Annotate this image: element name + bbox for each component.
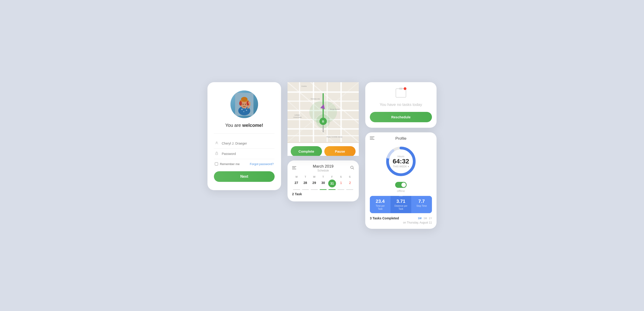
screen-container: You are welcome! xyxy=(161,82,483,229)
time-per-task-label: Time perTask xyxy=(372,204,389,210)
schedule-search-icon[interactable] xyxy=(350,166,354,171)
no-tasks-card: You have no tasks today Reschedule xyxy=(365,82,436,128)
svg-rect-45 xyxy=(292,166,296,167)
toggle-row: offline xyxy=(370,182,432,193)
chevron-down-icon: ▾ xyxy=(408,165,409,168)
cal-day-2[interactable]: 2 xyxy=(346,180,354,187)
svg-point-3 xyxy=(246,110,247,111)
avatar-image xyxy=(230,91,258,118)
avatar-svg xyxy=(235,93,254,116)
underline-2 xyxy=(346,189,353,190)
donut-center: Hours 64:32 THIS WEEK ▾ xyxy=(392,155,409,168)
svg-rect-54 xyxy=(370,138,373,139)
schedule-card: March 2019 Schedule M T W T F S S xyxy=(288,160,359,201)
calendar-days-header: M T W T F S S xyxy=(292,175,354,178)
profile-menu-icon[interactable] xyxy=(370,136,374,141)
svg-point-14 xyxy=(248,102,250,104)
username-input[interactable] xyxy=(222,142,274,145)
schedule-header: March 2019 Schedule xyxy=(292,164,354,172)
offline-label: offline xyxy=(397,189,405,193)
day-label-s1: S xyxy=(336,175,346,178)
calendar-underlines xyxy=(292,189,354,190)
svg-rect-16 xyxy=(216,153,218,155)
svg-text:Rīgas Centrālā stacija: Rīgas Centrālā stacija xyxy=(326,136,342,138)
password-input[interactable] xyxy=(222,152,274,156)
schedule-menu-icon[interactable] xyxy=(292,166,296,171)
map-svg: B Centrs Tārbatas iela Latvijas Universi… xyxy=(288,82,359,142)
tasks-completed-text: 3 Tasks Completed xyxy=(370,216,399,220)
this-week-label: THIS WEEK ▾ xyxy=(392,165,409,168)
middle-column: B Centrs Tārbatas iela Latvijas Universi… xyxy=(288,82,359,201)
pause-button[interactable]: Pause xyxy=(324,146,356,156)
complete-button[interactable]: Complete xyxy=(291,146,322,156)
next-button[interactable]: Next xyxy=(214,171,274,182)
schedule-subtitle: Schedule xyxy=(313,169,334,172)
stats-row: 23.4 Time perTask min 3.71 Distence perT… xyxy=(370,196,432,213)
hamburger-icon xyxy=(292,166,296,169)
svg-point-12 xyxy=(243,104,244,105)
day-label-w: W xyxy=(310,175,319,178)
stat-stop-time: 7.7 Stop Time xyxy=(411,196,432,213)
toggle-knob xyxy=(401,183,406,187)
svg-rect-23 xyxy=(288,135,359,136)
cal-day-31-today[interactable]: 31 xyxy=(328,180,336,187)
underline-27 xyxy=(293,189,300,190)
svg-text:Tārbatas iela: Tārbatas iela xyxy=(310,98,320,100)
distance-value: 3.71 xyxy=(392,199,410,204)
day-label-t1: T xyxy=(301,175,310,178)
svg-rect-47 xyxy=(292,169,296,169)
profile-header: Profile xyxy=(370,136,432,141)
underline-1 xyxy=(338,189,344,190)
hours-donut-wrap: Hours 64:32 THIS WEEK ▾ xyxy=(370,144,432,179)
time-per-task-value: 23.4 xyxy=(372,199,389,204)
stop-time-label: Stop Time xyxy=(413,204,430,207)
underline-28 xyxy=(302,189,309,190)
period-tab-1y[interactable]: 1Y xyxy=(429,217,432,220)
day-label-t2: T xyxy=(319,175,328,178)
user-icon xyxy=(215,141,220,146)
schedule-title-wrap: March 2019 Schedule xyxy=(313,164,334,172)
svg-rect-50 xyxy=(396,89,406,97)
clipboard-icon xyxy=(394,87,408,98)
input-group: Remember me Forgot password? xyxy=(214,138,274,169)
calendar-days-row: 27 28 29 30 31 1 2 xyxy=(292,180,354,187)
svg-point-52 xyxy=(404,87,406,90)
cal-day-28[interactable]: 28 xyxy=(301,180,310,187)
profile-card: Profile Hours 64:32 xyxy=(365,132,436,229)
donut-chart: Hours 64:32 THIS WEEK ▾ xyxy=(384,144,418,179)
stat-distance: min 3.71 Distence perTask xyxy=(390,196,411,213)
svg-point-10 xyxy=(239,101,242,106)
svg-point-15 xyxy=(216,142,217,143)
cal-day-1[interactable]: 1 xyxy=(337,180,345,187)
svg-point-4 xyxy=(243,111,244,112)
underline-29 xyxy=(311,189,318,190)
day-label-s2: S xyxy=(345,175,354,178)
search-icon xyxy=(350,166,354,170)
cal-day-30[interactable]: 30 xyxy=(319,180,328,187)
svg-point-9 xyxy=(241,97,248,102)
min-badge: min xyxy=(398,196,404,197)
remember-checkbox[interactable] xyxy=(215,162,218,166)
action-buttons-row: Complete Pause xyxy=(288,143,359,156)
map-background: B Centrs Tārbatas iela Latvijas Universi… xyxy=(288,82,359,156)
underline-31 xyxy=(328,189,336,190)
no-tasks-text: You have no tasks today xyxy=(380,102,422,108)
svg-text:Latvijas: Latvijas xyxy=(294,114,300,116)
remember-label[interactable]: Remember me xyxy=(215,162,240,166)
offline-toggle[interactable] xyxy=(395,182,407,188)
svg-rect-53 xyxy=(370,137,374,137)
period-tab-1m[interactable]: 1M xyxy=(424,217,427,220)
remember-row: Remember me Forgot password? xyxy=(214,159,274,169)
forgot-password-link[interactable]: Forgot password? xyxy=(250,162,274,166)
underline-30 xyxy=(320,189,327,190)
tasks-date: on Thursday, August 11 xyxy=(370,221,432,224)
password-row xyxy=(214,149,274,159)
divider xyxy=(214,134,274,134)
cal-day-27[interactable]: 27 xyxy=(292,180,300,187)
reschedule-button[interactable]: Reschedule xyxy=(370,112,432,122)
hours-value: 64:32 xyxy=(392,158,409,165)
period-tab-1w[interactable]: 1W xyxy=(418,217,422,220)
svg-point-13 xyxy=(245,104,246,105)
cal-day-29[interactable]: 29 xyxy=(310,180,318,187)
svg-rect-46 xyxy=(292,167,295,168)
